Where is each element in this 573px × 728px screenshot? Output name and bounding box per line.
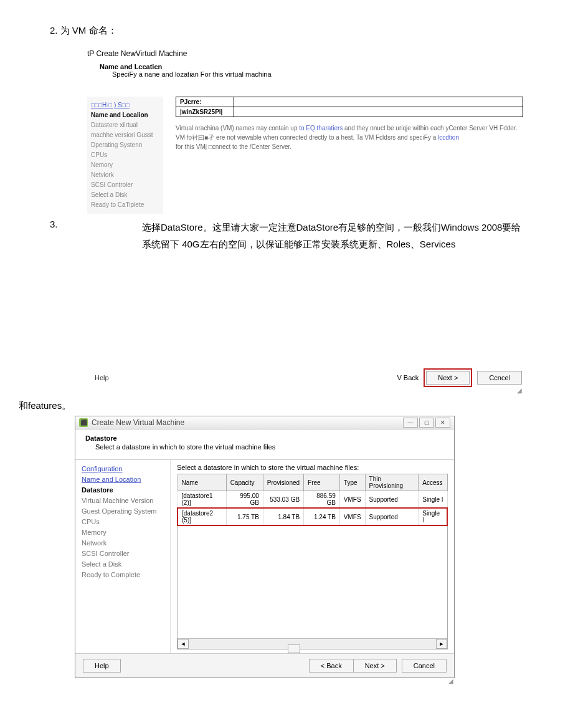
sidebar1-item: Select a Disk: [91, 190, 159, 200]
name-label: PJcrre:: [176, 97, 234, 107]
datastore-table[interactable]: Name Capacity Provisioned Free Type Thin…: [177, 474, 448, 526]
wizard2-sidebar: Configuration Name and Location Datastor…: [75, 460, 171, 653]
step3-text: 选择DataStore。这里请大家一定注意DataStore有足够的空间，一般我…: [142, 219, 523, 252]
hint3: for this VMj □cnnect to the /Center Serv…: [176, 142, 523, 151]
hint2-link[interactable]: lccdtion: [438, 134, 459, 141]
sidebar2-item: Memory: [82, 527, 164, 538]
col-name[interactable]: Name: [178, 474, 226, 491]
sidebar1-item: Datastore xiirtual machhe versiori Gusst…: [91, 120, 159, 160]
hint1-link[interactable]: to EQ tharatiers: [299, 125, 343, 132]
wizard2-main: Select a datastore in which to store the…: [171, 460, 454, 653]
hint1: Virtual nrachina (VM) names rray contain…: [176, 123, 523, 133]
col-thin[interactable]: Thin Provisioning: [365, 474, 419, 491]
wizard1-sidebar: □□□H·□ ) S□□ Name and Localion Datastore…: [87, 97, 163, 214]
sidebar1-item-name[interactable]: Name and Localion: [91, 110, 159, 120]
sidebar1-item: Ready to CaTiplete: [91, 200, 159, 210]
wizard2-header-sub: Select a datastore in which to store the…: [95, 443, 444, 451]
step2-heading: 2. 为 VM 命名：: [50, 25, 523, 37]
table-row[interactable]: [datastore1 (2)] 995.00 GB 533.03 GB 886…: [178, 491, 447, 509]
back-button[interactable]: < Back: [309, 659, 353, 673]
hscrollbar[interactable]: ◄ ►: [178, 638, 447, 649]
sidebar2-name[interactable]: Name and Location: [82, 474, 164, 485]
next-button[interactable]: Next >: [353, 659, 397, 673]
sidebar2-item: Network: [82, 538, 164, 548]
sidebar1-item: Netviork: [91, 170, 159, 180]
sidebar2-datastore[interactable]: Datastore: [82, 485, 164, 496]
wizard1-header-sub: SpeciFy a nane and lozatian For this vir…: [112, 70, 523, 78]
name-value[interactable]: |winZkSR25Pl|: [176, 107, 234, 117]
scroll-right-icon[interactable]: ►: [436, 639, 447, 649]
col-prov[interactable]: Provisioned: [263, 474, 303, 491]
hint2: VM fo衬曰■孑 ere not viewable when conrecte…: [176, 133, 523, 142]
between-text: 和features。: [19, 400, 523, 412]
name-blank1: [234, 97, 523, 107]
resize-grip-icon[interactable]: ◢: [75, 678, 455, 684]
name-blank2: [234, 107, 523, 117]
table-empty-area: ◄ ►: [177, 526, 448, 649]
sidebar2-item: Guest Operating System: [82, 506, 164, 517]
col-free[interactable]: Free: [304, 474, 340, 491]
wizard1-main: PJcrre: |winZkSR25Pl| Virtual nrachina (…: [163, 97, 523, 151]
wizard1-footer: Help V Back Next > Ccncel: [87, 371, 523, 385]
wizard2-footer: Help < Back Next > Cancel: [75, 653, 454, 678]
scroll-thumb[interactable]: [288, 644, 300, 653]
back-label[interactable]: V Back: [397, 374, 419, 381]
name-table: PJcrre: |winZkSR25Pl|: [176, 97, 523, 117]
wizard1-title: tP Create NewVirtudl Machine: [87, 49, 523, 58]
wizard2-header: Datastore Select a datastore in which to…: [75, 429, 454, 459]
sidebar2-config[interactable]: Configuration: [82, 464, 164, 474]
col-capacity[interactable]: Capacity: [226, 474, 263, 491]
wizard2: ⬛ Create New Virtual Machine — ▢ ✕ Datas…: [75, 416, 455, 678]
minimize-icon[interactable]: —: [403, 418, 418, 428]
table-header-row: Name Capacity Provisioned Free Type Thin…: [178, 474, 447, 491]
wizard2-titlebar: ⬛ Create New Virtual Machine — ▢ ✕: [75, 416, 454, 429]
sidebar2-item: Select a Disk: [82, 559, 164, 570]
sidebar2-item: CPUs: [82, 517, 164, 527]
sidebar2-item: Ready to Complete: [82, 570, 164, 580]
wizard2-header-title: Datastore: [85, 434, 444, 442]
wizard1: tP Create NewVirtudl Machine Name and Lc…: [87, 49, 523, 214]
help-link[interactable]: Help: [95, 374, 109, 381]
main2-label: Select a datastore in which to store the…: [177, 464, 448, 471]
app-icon: ⬛: [79, 418, 88, 427]
step3-num: 3.: [50, 219, 75, 252]
cancel-button[interactable]: Ccncel: [477, 371, 522, 385]
sidebar1-item: SCSI Controler: [91, 180, 159, 190]
resize-grip-icon[interactable]: ◢: [87, 387, 523, 394]
sidebar2-item: SCSI Controller: [82, 548, 164, 559]
close-icon[interactable]: ✕: [435, 418, 450, 428]
next-button[interactable]: Next >: [426, 371, 470, 385]
col-access[interactable]: Access: [419, 474, 447, 491]
col-type[interactable]: Type: [339, 474, 365, 491]
sidebar1-link[interactable]: □□□H·□ ) S□□: [91, 100, 159, 110]
sidebar1-item: Nemory: [91, 160, 159, 170]
sidebar2-item: Virtual Machine Version: [82, 496, 164, 506]
maximize-icon[interactable]: ▢: [419, 418, 434, 428]
table-row-selected[interactable]: [datastore2 (5)] 1.75 TB 1.84 TB 1.24 TB…: [178, 508, 447, 525]
help-button[interactable]: Help: [83, 659, 121, 673]
scroll-left-icon[interactable]: ◄: [178, 639, 189, 649]
wizard1-header-title: Name and Lccaticn: [100, 63, 523, 70]
cancel-button[interactable]: Cancel: [402, 659, 447, 673]
wizard2-title: Create New Virtual Machine: [92, 418, 184, 427]
